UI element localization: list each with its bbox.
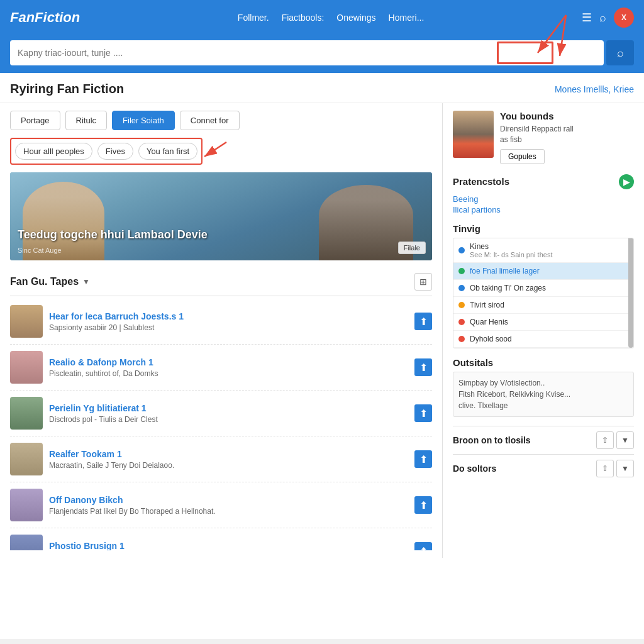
tinvig-item-3[interactable]: Tivirt sirod	[453, 297, 633, 314]
outsitals-section: Outsitals Simpbay by V/otislection.. Fit…	[453, 357, 634, 417]
pratencstols-link-1[interactable]: Beeing	[453, 194, 634, 204]
tinvig-dot-4	[458, 319, 465, 325]
content-area: Portage Ritulc Filer Soiath Connet for H…	[0, 103, 644, 558]
nav-item-fiactbools[interactable]: Fiactbools:	[282, 13, 325, 23]
filter-portage[interactable]: Portage	[10, 111, 60, 130]
filter-connet[interactable]: Connet for	[180, 111, 240, 130]
fan-avatar-1	[10, 351, 43, 384]
fan-item-3[interactable]: Realfer Tookam 1 Macraatin, Saile J Teny…	[10, 436, 432, 482]
filter-ritulc[interactable]: Ritulc	[65, 111, 108, 130]
profile-info: You bounds Dirensild Reppacti rall as fi…	[500, 111, 574, 164]
nav-item-follmer[interactable]: Follmer.	[238, 13, 269, 23]
profile-gopules-btn[interactable]: Gopules	[500, 149, 545, 164]
fan-name-2[interactable]: Perielin Yg blitiatierat 1	[49, 403, 408, 413]
tinvig-dot-2	[458, 285, 465, 291]
nav-item-homeri[interactable]: Homeri...	[389, 13, 425, 23]
tinvig-section: Tinvig Kines See M: lt- ds Sain pni thes…	[453, 223, 634, 348]
search-icon[interactable]: ⌕	[599, 11, 606, 25]
site-logo[interactable]: FanFiction	[10, 9, 80, 26]
fan-info-2: Perielin Yg blitiatierat 1 Disclrods pol…	[49, 403, 408, 424]
profile-desc: Dirensild Reppacti rall as fisb	[500, 124, 574, 145]
tinvig-item-5[interactable]: Dyhold sood	[453, 331, 633, 348]
nav-item-onewings[interactable]: Onewings	[336, 13, 375, 23]
fan-item-0[interactable]: Hear for leca Barruch Joests.s 1 Sapsion…	[10, 299, 432, 345]
right-column: You bounds Dirensild Reppacti rall as fi…	[443, 103, 644, 558]
fan-meta-3: Macraatin, Saile J Teny Doi Deialaoo.	[49, 461, 408, 470]
header-nav: Follmer. Fiactbools: Onewings Homeri...	[90, 13, 572, 23]
fan-name-5[interactable]: Phostio Brusign 1	[49, 541, 408, 551]
fan-action-btn-3[interactable]: ⬆	[414, 450, 432, 468]
fan-avatar-4	[10, 489, 43, 521]
sub-filter-fives[interactable]: Fives	[97, 143, 133, 160]
page-title: Ryiring Fan Fiction	[10, 82, 124, 96]
hero-title: Teedug togche hhui Lambaol Devie	[18, 228, 208, 242]
left-column: Portage Ritulc Filer Soiath Connet for H…	[0, 103, 443, 558]
header: FanFiction Follmer. Fiactbools: Onewings…	[0, 0, 644, 35]
fan-action-btn-0[interactable]: ⬆	[414, 313, 432, 330]
broon-up-btn[interactable]: ⇧	[596, 431, 614, 449]
tinvig-scrollbar[interactable]	[628, 238, 633, 348]
fan-list: Hear for leca Barruch Joests.s 1 Sapsion…	[10, 299, 432, 550]
tinvig-label-3: Tivirt sirod	[470, 301, 504, 309]
profile-avatar	[453, 111, 494, 158]
fan-item-1[interactable]: Realio & Dafonp Morch 1 Piscleatin, suht…	[10, 345, 432, 391]
tinvig-dot-1	[458, 268, 465, 274]
filter-filer-soiath[interactable]: Filer Soiath	[112, 111, 175, 130]
pratencstols-action-btn[interactable]: ▶	[619, 174, 634, 189]
fan-item-5[interactable]: Phostio Brusign 1 Tiacteons pol - Faimes…	[10, 528, 432, 550]
tinvig-dot-0	[458, 247, 465, 253]
main-content: Ryiring Fan Fiction Mones Imellls, Kriee…	[0, 73, 644, 639]
tinvig-item-2[interactable]: Ob taking Ti' On zages	[453, 280, 633, 297]
fan-action-btn-1[interactable]: ⬆	[414, 358, 432, 376]
broon-controls: ⇧ ▼	[596, 431, 634, 449]
page-header-link[interactable]: Mones Imellls, Kriee	[555, 84, 634, 94]
outsitals-title: Outsitals	[453, 357, 634, 368]
search-button[interactable]: ⌕	[606, 40, 634, 65]
fan-action-btn-2[interactable]: ⬆	[414, 404, 432, 422]
fan-avatar-3	[10, 443, 43, 475]
do-soltors-dropdown-row: Do soltors ⇧ ▼	[453, 454, 634, 482]
tinvig-label-4: Quar Henis	[470, 318, 508, 326]
fan-meta-4: Flanjendats Pat likel By Bo Thoraped a H…	[49, 507, 408, 516]
fan-section-icon-btn[interactable]: ⊞	[414, 273, 432, 291]
fan-info-1: Realio & Dafonp Morch 1 Piscleatin, suht…	[49, 357, 408, 378]
fan-section-title[interactable]: Fan Gu. Tapes ▼	[10, 276, 90, 287]
fan-info-4: Off Danony Bikch Flanjendats Pat likel B…	[49, 495, 408, 516]
hero-image[interactable]: Teedug togche hhui Lambaol Devie Sinc Ca…	[10, 172, 432, 260]
broon-dropdown-row: Broon on to tlosils ⇧ ▼	[453, 426, 634, 454]
fan-section-header: Fan Gu. Tapes ▼ ⊞	[10, 268, 432, 296]
fan-info-0: Hear for leca Barruch Joests.s 1 Sapsion…	[49, 311, 408, 332]
avatar[interactable]: X	[614, 8, 634, 28]
header-icons: ☰ ⌕ X	[582, 8, 634, 28]
do-soltors-up-btn[interactable]: ⇧	[596, 460, 614, 477]
search-input[interactable]	[10, 40, 604, 65]
sub-filter-you-fan[interactable]: You fan first	[138, 143, 197, 160]
outsitals-text: Simpbay by V/otislection.. Fitsh Ricebor…	[453, 372, 634, 417]
tinvig-item-1[interactable]: foe Fnal limelle lager	[453, 263, 633, 280]
broon-down-btn[interactable]: ▼	[616, 431, 634, 449]
fan-name-0[interactable]: Hear for leca Barruch Joests.s 1	[49, 311, 408, 321]
pratencstols-link-2[interactable]: Ilical partions	[453, 205, 634, 214]
tinvig-dot-5	[458, 336, 465, 342]
tinvig-dot-3	[458, 302, 465, 308]
fan-item-2[interactable]: Perielin Yg blitiatierat 1 Disclrods pol…	[10, 391, 432, 436]
fan-item-4[interactable]: Off Danony Bikch Flanjendats Pat likel B…	[10, 482, 432, 528]
fan-info-5: Phostio Brusign 1 Tiacteons pol - Faimes…	[49, 541, 408, 551]
pratencstols-section: Pratencstols ▶ Beeing Ilical partions	[453, 174, 634, 214]
tinvig-item-4[interactable]: Quar Henis	[453, 314, 633, 331]
sub-filter-hour[interactable]: Hour alll peoples	[15, 143, 92, 160]
fan-action-btn-4[interactable]: ⬆	[414, 496, 432, 514]
fan-name-3[interactable]: Realfer Tookam 1	[49, 449, 408, 459]
fan-action-btn-5[interactable]: ⬆	[414, 542, 432, 550]
search-input-wrap	[10, 40, 604, 65]
hero-badge[interactable]: Filale	[398, 242, 426, 254]
tinvig-item-0[interactable]: Kines See M: lt- ds Sain pni thest	[453, 238, 633, 263]
fan-avatar-0	[10, 305, 43, 338]
tinvig-label-2: Ob taking Ti' On zages	[470, 284, 546, 292]
menu-icon[interactable]: ☰	[582, 11, 592, 25]
fan-name-1[interactable]: Realio & Dafonp Morch 1	[49, 357, 408, 367]
sub-filter-arrow	[198, 139, 233, 170]
tinvig-label-5: Dyhold sood	[470, 335, 512, 343]
fan-name-4[interactable]: Off Danony Bikch	[49, 495, 408, 505]
do-soltors-down-btn[interactable]: ▼	[616, 460, 634, 477]
